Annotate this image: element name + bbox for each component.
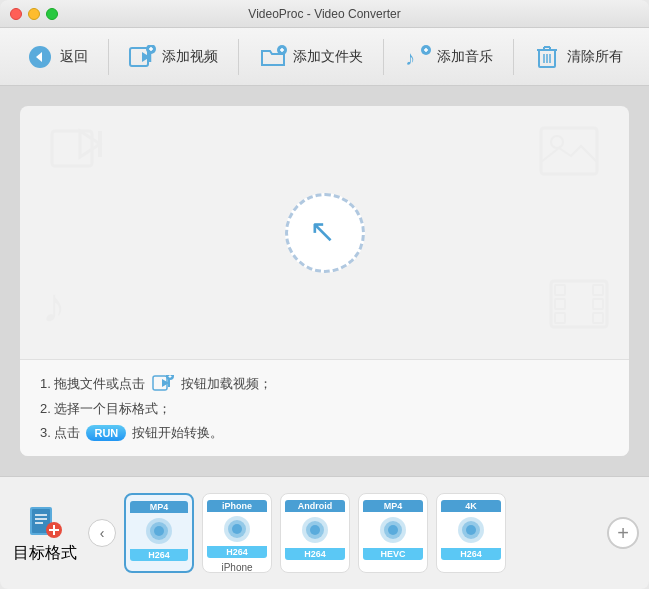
back-button[interactable]: 返回 bbox=[10, 37, 104, 77]
svg-marker-37 bbox=[162, 379, 169, 387]
add-folder-icon bbox=[259, 43, 287, 71]
upload-arrow-circle[interactable]: ↖ bbox=[285, 193, 365, 273]
instructions-panel: 1. 拖拽文件或点击 按钮加载视频； 2. 选择一个目标格式； bbox=[20, 359, 629, 456]
svg-point-52 bbox=[154, 526, 164, 536]
watermark-film-icon bbox=[549, 279, 609, 329]
format-tab-bottom-label: H264 bbox=[130, 549, 188, 561]
svg-point-64 bbox=[466, 525, 476, 535]
iphone-label: iPhone bbox=[221, 562, 252, 573]
format-tab-4k-icon bbox=[455, 514, 487, 546]
svg-rect-33 bbox=[593, 285, 603, 295]
svg-rect-27 bbox=[541, 128, 597, 174]
instruction-1-text: 1. 拖拽文件或点击 bbox=[40, 375, 145, 393]
add-folder-label: 添加文件夹 bbox=[293, 48, 363, 66]
svg-marker-24 bbox=[80, 131, 100, 157]
instruction-2-text: 2. 选择一个目标格式； bbox=[40, 400, 171, 418]
drop-zone[interactable]: ♪ bbox=[20, 106, 629, 359]
format-tab-android[interactable]: Android H264 bbox=[280, 493, 350, 573]
watermark-music-icon: ♪ bbox=[40, 274, 90, 329]
instruction-3: 3. 点击 RUN 按钮开始转换。 bbox=[40, 424, 609, 442]
format-tab-android-icon bbox=[299, 514, 331, 546]
add-music-icon: ♪ bbox=[403, 43, 431, 71]
window-title: VideoProc - Video Converter bbox=[248, 7, 400, 21]
svg-rect-34 bbox=[593, 299, 603, 309]
svg-rect-31 bbox=[555, 299, 565, 309]
format-tab-mp4-hevc[interactable]: MP4 HEVC bbox=[358, 493, 428, 573]
svg-text:♪: ♪ bbox=[42, 279, 66, 329]
clear-all-button[interactable]: 清除所有 bbox=[517, 37, 639, 77]
add-video-button[interactable]: 添加视频 bbox=[112, 37, 234, 77]
back-icon bbox=[26, 43, 54, 71]
main-content: ♪ bbox=[0, 86, 649, 476]
svg-rect-29 bbox=[551, 281, 607, 327]
instruction-1: 1. 拖拽文件或点击 按钮加载视频； bbox=[40, 374, 609, 394]
format-tab-top-label: Android bbox=[285, 500, 345, 512]
add-music-label: 添加音乐 bbox=[437, 48, 493, 66]
target-format-label: 目标格式 bbox=[13, 543, 77, 564]
format-tab-top-label: 4K bbox=[441, 500, 501, 512]
format-tab-iphone[interactable]: iPhone H264 iPhone bbox=[202, 493, 272, 573]
window-buttons bbox=[10, 8, 58, 20]
add-more-format-button[interactable]: + bbox=[607, 517, 639, 549]
add-music-button[interactable]: ♪ 添加音乐 bbox=[387, 37, 509, 77]
video-area: ♪ bbox=[20, 106, 629, 456]
svg-rect-30 bbox=[555, 285, 565, 295]
svg-point-55 bbox=[232, 524, 242, 534]
format-tab-hevc-icon bbox=[377, 514, 409, 546]
svg-point-61 bbox=[388, 525, 398, 535]
format-tab-4k[interactable]: 4K H264 bbox=[436, 493, 506, 573]
format-tab-mp4-icon bbox=[143, 515, 175, 547]
format-tab-iphone-icon bbox=[221, 514, 253, 544]
run-badge: RUN bbox=[86, 425, 126, 441]
scroll-left-button[interactable]: ‹ bbox=[88, 519, 116, 547]
maximize-button[interactable] bbox=[46, 8, 58, 20]
trash-icon bbox=[533, 43, 561, 71]
format-tab-bottom-label: H264 bbox=[285, 548, 345, 560]
toolbar: 返回 添加视频 添加文件夹 bbox=[0, 28, 649, 86]
bottom-panel: 目标格式 ‹ MP4 H264 iPhone bbox=[0, 476, 649, 589]
target-format-button[interactable]: 目标格式 bbox=[10, 493, 80, 573]
svg-point-58 bbox=[310, 525, 320, 535]
format-tab-top-label: MP4 bbox=[363, 500, 423, 512]
instruction-3b-text: 按钮开始转换。 bbox=[132, 424, 223, 442]
add-video-label: 添加视频 bbox=[162, 48, 218, 66]
back-label: 返回 bbox=[60, 48, 88, 66]
watermark-image-icon bbox=[539, 126, 599, 176]
minimize-button[interactable] bbox=[28, 8, 40, 20]
instruction-3a-text: 3. 点击 bbox=[40, 424, 80, 442]
instruction-1b-text: 按钮加载视频； bbox=[181, 375, 272, 393]
format-tab-bottom-label: H264 bbox=[441, 548, 501, 560]
add-video-mini-icon bbox=[151, 374, 175, 394]
add-folder-button[interactable]: 添加文件夹 bbox=[243, 37, 379, 77]
svg-rect-32 bbox=[555, 313, 565, 323]
format-tab-top-label: iPhone bbox=[207, 500, 267, 512]
add-video-icon bbox=[128, 43, 156, 71]
clear-all-label: 清除所有 bbox=[567, 48, 623, 66]
watermark-video-icon bbox=[50, 126, 110, 176]
upload-arrow-icon: ↖ bbox=[309, 212, 336, 250]
instruction-2: 2. 选择一个目标格式； bbox=[40, 400, 609, 418]
format-tab-top-label: MP4 bbox=[130, 501, 188, 513]
target-format-icon bbox=[27, 503, 63, 539]
title-bar: VideoProc - Video Converter bbox=[0, 0, 649, 28]
format-tabs: MP4 H264 iPhone H264 iPhone bbox=[124, 493, 599, 573]
svg-text:♪: ♪ bbox=[405, 47, 415, 69]
format-tab-bottom-label: HEVC bbox=[363, 548, 423, 560]
close-button[interactable] bbox=[10, 8, 22, 20]
svg-rect-35 bbox=[593, 313, 603, 323]
format-tab-mp4-h264[interactable]: MP4 H264 bbox=[124, 493, 194, 573]
format-tab-bottom-label: H264 bbox=[207, 546, 267, 558]
svg-point-28 bbox=[551, 136, 563, 148]
